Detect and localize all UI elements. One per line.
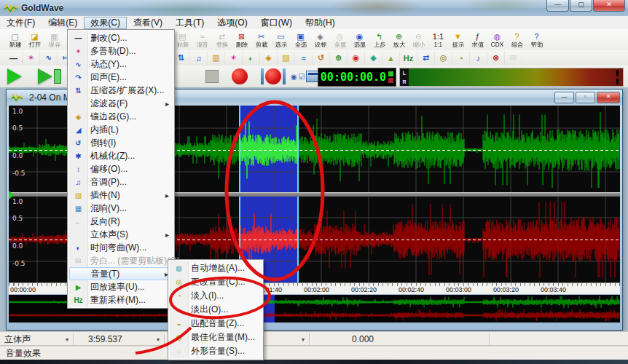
effect-shortcut-icon[interactable]: ◈ (260, 51, 278, 65)
volume-submenu-item[interactable]: ◔ 淡入(I)... (170, 289, 262, 303)
effects-menu-item[interactable]: 滤波器(F) (69, 97, 173, 110)
effects-menu-item[interactable]: ▨ 插件(N) (69, 189, 173, 202)
effects-menu-item[interactable]: ✉ 旁白... (需要剪贴板)(Q) (69, 254, 173, 267)
effects-menu-item[interactable]: Hz 重新采样(M)... (69, 293, 173, 306)
effect-shortcut-icon[interactable]: Hz (400, 51, 417, 65)
menu-bar-item[interactable]: 编辑(E) (42, 17, 84, 29)
effect-shortcut-icon[interactable]: ♫ (190, 51, 208, 65)
effect-shortcut-icon[interactable]: ✉ (505, 51, 522, 65)
maximize-button[interactable]: ▢ (570, 0, 592, 12)
toolbar-button[interactable]: ◉ 选显 (350, 30, 369, 50)
menu-item-icon: ◎ (170, 278, 188, 286)
effects-menu-item[interactable]: ∿ 动态(Y)... (69, 58, 173, 71)
menu-bar-item[interactable]: 帮助(H) (299, 17, 342, 29)
extra-field[interactable] (490, 333, 628, 346)
monitor-toggle[interactable]: ◉☑ (290, 67, 306, 86)
toolbar-button[interactable]: ⊕ 放大 (389, 30, 409, 50)
toolbar-button[interactable]: ⊖ 缩小 (409, 30, 428, 50)
volume-submenu-item[interactable]: ◒ 匹配音量(Z)... (170, 317, 262, 331)
effect-shortcut-icon[interactable]: ⇄ (417, 51, 435, 65)
toolbar-button[interactable]: 1:1 1:1 (428, 30, 448, 50)
toolbar-button-icon: ◎ (337, 32, 344, 41)
sound-restore-button[interactable]: ▫ (576, 92, 595, 103)
sound-minimize-button[interactable]: — (554, 92, 574, 103)
effects-menu-item[interactable]: — 删改(C)... (69, 31, 173, 44)
stop-button[interactable] (205, 67, 219, 86)
effects-menu-item[interactable]: ◈ 镶边器(G)... (69, 110, 173, 123)
effect-shortcut-icon[interactable]: ⊗ (487, 51, 505, 65)
effect-shortcut-icon[interactable]: — (5, 51, 23, 65)
effects-menu-item[interactable]: ↷ 回声(E)... (69, 71, 173, 84)
effect-shortcut-icon[interactable]: ◉ (348, 51, 365, 65)
toolbar-button[interactable]: ▣ 全选 (291, 30, 310, 50)
effects-menu-item[interactable]: ↕ 偏移(O)... (69, 162, 173, 175)
effect-shortcut-icon[interactable]: ◎ (435, 51, 452, 65)
volume-submenu-item[interactable]: ◍ 自动增益(A)... (170, 261, 262, 275)
menu-bar-item[interactable]: 效果(C) (84, 17, 127, 29)
volume-submenu-item[interactable]: ◌ 外形音量(S)... (170, 344, 262, 358)
effects-menu-item[interactable]: ▦ 混响(V)... (69, 202, 173, 215)
sound-close-button[interactable]: ✕ (597, 92, 620, 103)
effects-menu-item[interactable]: ♫ 音调(P)... (69, 175, 173, 189)
effects-menu-item[interactable]: ✶ 多普勒(D)... (69, 44, 173, 58)
channel-mode-select[interactable]: 立体声▾ (0, 333, 74, 346)
toolbar-button[interactable]: ▢ 新建 (5, 30, 25, 50)
effect-shortcut-icon[interactable]: ⇅ (173, 51, 190, 65)
menu-bar-item[interactable]: 窗口(W) (254, 17, 299, 29)
toolbar-button[interactable]: ▼ 提示 (448, 30, 468, 50)
effect-shortcut-icon[interactable]: ▥ (208, 51, 225, 65)
toolbar-button[interactable]: ? 帮助 (527, 30, 546, 50)
minimize-button[interactable]: — (546, 0, 569, 12)
toolbar-button[interactable]: ⊠ 删除 (232, 30, 251, 50)
title-bar[interactable]: GoldWave — ▢ ✕ (0, 0, 628, 17)
toolbar-button[interactable]: ✂ 剪裁 (251, 30, 271, 50)
toolbar-button[interactable]: ⇄ 替换 (212, 30, 232, 50)
effect-shortcut-icon[interactable]: ◔ (452, 51, 470, 65)
toolbar-button[interactable]: ◪ 打开 (25, 30, 44, 50)
menu-bar-item[interactable]: 查看(V) (127, 17, 169, 29)
close-button[interactable]: ✕ (593, 0, 625, 12)
toolbar-button[interactable]: ƒ 求值 (468, 30, 487, 50)
effect-shortcut-icon[interactable]: ✶ (23, 51, 40, 65)
effect-shortcut-icon[interactable]: ≈ (295, 51, 313, 65)
effect-shortcut-icon[interactable]: ▲ (382, 51, 400, 65)
volume-submenu-item[interactable]: ◕ 淡出(O)... (170, 303, 262, 317)
toolbar-button[interactable]: ? 组合 (507, 30, 527, 50)
effects-menu-item[interactable]: ← 反向(R) (69, 215, 173, 228)
volume-submenu-item[interactable]: ◉ 最佳化音量(M)... (170, 331, 262, 344)
play-selection-button[interactable] (38, 67, 61, 86)
effects-menu-item[interactable]: ◢ 内插(L) (69, 123, 173, 136)
length-select[interactable]: 3:59.537▾ (74, 333, 165, 346)
effects-menu-item[interactable]: 立体声(S) (69, 228, 173, 241)
toolbar-button[interactable]: ↰ 上步 (369, 30, 389, 50)
effects-menu-item[interactable]: ▶ 回放速率(U)... (69, 280, 173, 293)
effect-shortcut-icon[interactable]: ∿ (40, 51, 58, 65)
toolbar-button[interactable]: ▤ 粘新 (173, 30, 192, 50)
menu-bar-item[interactable]: 文件(F) (0, 17, 42, 29)
effects-menu-item[interactable]: ✱ 机械化(Z)... (69, 149, 173, 162)
effect-shortcut-icon[interactable]: ◆ (365, 51, 382, 65)
menu-bar-item[interactable]: 工具(T) (169, 17, 211, 29)
effect-shortcut-icon[interactable]: ↺ (313, 51, 330, 65)
effect-shortcut-icon[interactable]: ✶ (225, 51, 243, 65)
effect-shortcut-icon[interactable]: ◐ (243, 51, 260, 65)
effect-shortcut-icon[interactable]: ♪ (470, 51, 487, 65)
record-selection-button[interactable] (259, 67, 287, 86)
effects-menu-item[interactable]: ⇅ 压缩器/扩展器(X)... (69, 84, 173, 97)
play-button[interactable] (7, 67, 22, 86)
toolbar-button[interactable]: ▭ 选示 (271, 30, 291, 50)
effect-shortcut-icon[interactable]: ⊕ (330, 51, 348, 65)
toolbar-button[interactable]: ◍ CDX (487, 30, 507, 50)
effects-menu-item[interactable]: 音量(T) (69, 267, 173, 280)
volume-submenu-item[interactable]: ◎ 更改音量(C)... (170, 275, 262, 289)
effect-shortcut-icon[interactable]: ▨ (278, 51, 295, 65)
toolbar-button[interactable]: ◎ 全显 (330, 30, 350, 50)
record-button[interactable] (232, 67, 248, 86)
effects-menu-item[interactable]: ↺ 倒转(I) (69, 136, 173, 149)
effects-menu-item[interactable]: ◐ 时间弯曲(W)... (69, 241, 173, 254)
toolbar-button[interactable]: ▦ 保存 (44, 30, 64, 50)
toolbar-button[interactable]: ≈ 混音 (192, 30, 212, 50)
value-field[interactable]: 0.000 (310, 333, 490, 346)
menu-bar-item[interactable]: 选项(O) (211, 17, 254, 29)
toolbar-button[interactable]: ◈ 设标 (310, 30, 330, 50)
